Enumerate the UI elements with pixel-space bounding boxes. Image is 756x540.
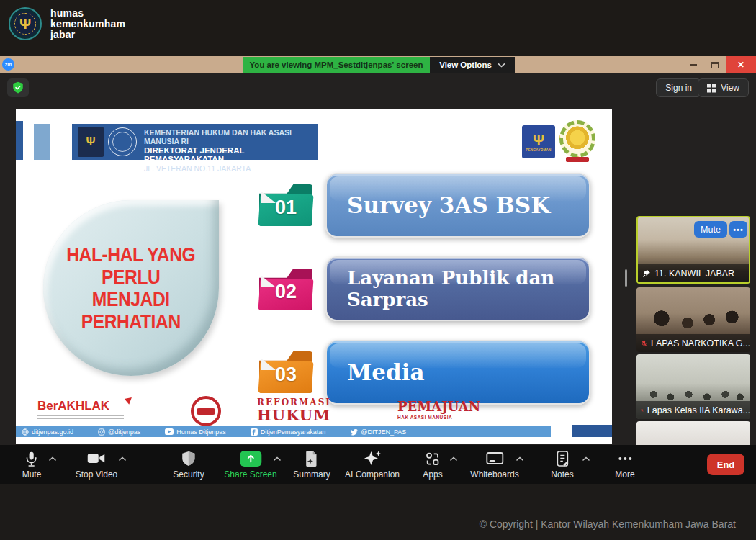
ellipsis-icon <box>616 449 634 468</box>
slide-accent-stripe-light <box>34 124 50 160</box>
folder-icon-01: 01 <box>259 184 312 226</box>
video-options-chevron[interactable] <box>119 456 127 462</box>
berakhlak-mark: BerAKHLAK <box>37 399 124 419</box>
pengayoman-tree-icon: Ψ <box>533 132 544 147</box>
muted-mic-icon <box>641 338 647 348</box>
end-meeting-button[interactable]: End <box>707 454 744 475</box>
more-button[interactable]: More <box>615 449 634 480</box>
zoom-titlebar: zm You are viewing MPM_Sestditjenpas' sc… <box>0 56 756 73</box>
stop-video-button[interactable]: Stop Video <box>76 449 118 480</box>
sparkle-icon <box>363 449 382 468</box>
close-button[interactable]: ✕ <box>726 56 756 73</box>
zoom-app-icon: zm <box>2 58 14 71</box>
summary-doc-icon <box>305 449 320 468</box>
participant-name-label: Lapas Kelas IIA Karawa... <box>636 401 750 419</box>
org-line-3: JL. VETERAN NO.11 JAKARTA <box>144 164 318 173</box>
participant-more-button[interactable]: ••• <box>729 221 747 238</box>
org-line-1: KEMENTERIAN HUKUM DAN HAK ASASI MANUSIA … <box>144 128 318 145</box>
crest-emblem-icon <box>557 119 598 162</box>
reformasi-hukum-mark: REFORMASI HUKUM <box>257 397 331 424</box>
notes-options-chevron[interactable] <box>582 456 590 462</box>
folder-icon-03: 03 <box>259 351 312 393</box>
social-item-facebook: DitjenPemasyarakatan <box>251 428 326 436</box>
share-options-chevron[interactable] <box>274 456 282 462</box>
kemenkumham-emblem-icon <box>9 7 42 40</box>
security-button[interactable]: Security <box>173 449 204 480</box>
social-item-website: ditjenpas.go.id <box>22 428 73 436</box>
panel-resize-handle[interactable] <box>625 269 627 287</box>
pemajuan-ham-mark: PEMAJUAN HAK ASASI MANUSIA <box>397 399 480 420</box>
twitter-icon <box>350 428 358 436</box>
participant-mute-button[interactable]: Mute <box>694 221 727 238</box>
topic-bubble-text: HAL-HAL YANG PERLU MENJADI PERHATIAN <box>66 243 195 333</box>
chevron-down-icon <box>498 63 505 68</box>
brand-wordmark: humas kemenkumham jabar <box>50 8 125 40</box>
security-shield-badge[interactable] <box>7 78 29 97</box>
mute-options-chevron[interactable] <box>49 456 57 462</box>
view-layout-button[interactable]: View <box>698 78 749 97</box>
page-footer: © Copyright | Kantor Wilayah Kemenkumham… <box>0 484 756 540</box>
notes-button[interactable]: Notes <box>551 449 573 480</box>
sign-in-label: Sign in <box>665 83 692 93</box>
participant-tile-lapas-karawang[interactable]: Lapas Kelas IIA Karawa... <box>636 354 750 419</box>
youtube-icon <box>165 428 174 435</box>
agenda-item-survey: Survey 3AS BSK <box>325 173 590 238</box>
maximize-button[interactable] <box>704 56 726 73</box>
whiteboards-options-chevron[interactable] <box>516 456 524 462</box>
apps-button[interactable]: Apps <box>423 449 442 480</box>
pengayoman-label: PENGAYOMAN <box>526 148 551 152</box>
brand-lockup: humas kemenkumham jabar <box>9 7 125 40</box>
sign-in-button[interactable]: Sign in <box>656 78 701 97</box>
brand-line-3: jabar <box>50 30 125 40</box>
mute-button[interactable]: Mute <box>22 449 42 480</box>
summary-button[interactable]: Summary <box>293 449 330 480</box>
agenda-item-label: Media <box>347 359 425 385</box>
shield-check-icon <box>12 81 24 94</box>
muted-mic-icon <box>641 405 644 415</box>
ai-companion-button[interactable]: AI Companion <box>345 449 400 480</box>
share-screen-icon <box>240 449 261 468</box>
whiteboard-icon <box>485 449 504 468</box>
org-text-block: KEMENTERIAN HUKUM DAN HAK ASASI MANUSIA … <box>144 128 318 173</box>
copyright-text: © Copyright | Kantor Wilayah Kemenkumham… <box>480 518 736 530</box>
facebook-icon <box>251 428 258 436</box>
slide-footer-marks: BerAKHLAK REFORMASI HUKUM PEMAJUAN HAK A… <box>16 395 612 426</box>
topic-bubble: HAL-HAL YANG PERLU MENJADI PERHATIAN <box>43 200 219 376</box>
social-item-instagram: @ditjenpas <box>98 428 140 436</box>
participant-tile-kanwil-jabar[interactable]: Mute ••• 11. KANWIL JABAR <box>636 216 750 284</box>
berakhlak-subtext-lines <box>37 415 124 419</box>
participant-tile-lapas-narkotika[interactable]: LAPAS NARKOTIKA G... <box>636 287 750 352</box>
participant-name-label: LAPAS NARKOTIKA G... <box>636 334 750 352</box>
view-options-label: View Options <box>439 60 492 69</box>
share-screen-button[interactable]: Share Screen <box>224 449 276 480</box>
notes-icon <box>555 449 570 468</box>
whiteboards-button[interactable]: Whiteboards <box>470 449 518 480</box>
pengayoman-logo: Ψ PENGAYOMAN <box>522 125 555 158</box>
apps-icon <box>424 449 441 468</box>
apps-options-chevron[interactable] <box>450 456 458 462</box>
social-item-youtube: Humas Ditjenpas <box>165 428 226 436</box>
instagram-icon <box>98 428 105 436</box>
slide-corner-accent <box>572 425 612 437</box>
view-layout-label: View <box>721 83 739 93</box>
meeting-toolbar: Mute Stop Video Security Share Screen Su… <box>0 445 756 484</box>
social-item-twitter: @DITJEN_PAS <box>350 428 406 436</box>
brand-line-1: humas <box>50 8 125 19</box>
meeting-content-area: Sign in View Ψ KEMENTERIAN HUKUM DAN HAK… <box>0 73 756 445</box>
grid-view-icon <box>707 84 716 93</box>
shield-icon <box>181 449 196 468</box>
agenda-item-label: Layanan Publik dan Sarpras <box>347 267 589 310</box>
microphone-icon <box>24 449 40 468</box>
folder-number: 03 <box>259 356 312 393</box>
minimize-button[interactable] <box>683 56 704 73</box>
screen-viewing-banner: You are viewing MPM_Sestditjenpas' scree… <box>243 57 430 73</box>
view-options-dropdown[interactable]: View Options <box>430 57 515 73</box>
folder-number: 02 <box>259 273 312 310</box>
globe-icon <box>22 428 29 436</box>
slide-org-header: Ψ KEMENTERIAN HUKUM DAN HAK ASASI MANUSI… <box>72 124 318 160</box>
folder-number: 01 <box>259 189 312 226</box>
org-line-2: DIREKTORAT JENDERAL PEMASYARAKATAN <box>144 146 318 163</box>
shared-presentation-slide: Ψ KEMENTERIAN HUKUM DAN HAK ASASI MANUSI… <box>16 109 612 444</box>
reformasi-emblem-icon <box>191 396 221 426</box>
agenda-item-label: Survey 3AS BSK <box>347 192 550 218</box>
